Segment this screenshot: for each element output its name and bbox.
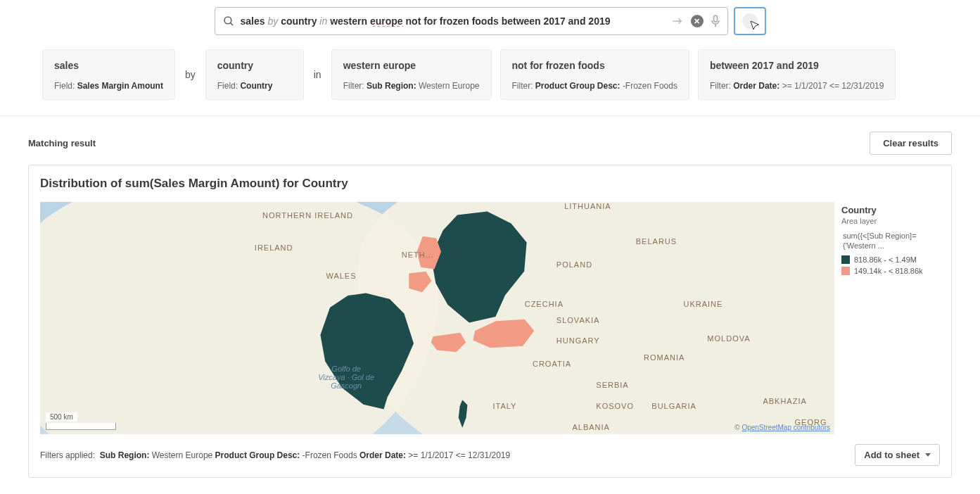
token-subtitle: Filter: Sub Region: Western Europe [343,81,480,91]
clear-input-icon[interactable]: ✕ [691,15,704,27]
matching-result-label: Matching result [28,138,96,148]
map-label: ALBANIA [572,423,609,431]
legend-item-2[interactable]: 149.14k - < 818.86k [841,267,936,275]
legend-swatch [841,255,850,264]
legend-measure: sum({<[Sub Region]={'Western ... [841,231,936,251]
token-date[interactable]: between 2017 and 2019 Filter: Order Date… [698,49,896,100]
add-to-sheet-label: Add to sheet [864,450,919,460]
map-label: KOSOVO [596,402,634,410]
map-label: SLOVAKIA [556,316,600,324]
map-shape-france-island [457,400,470,428]
legend-label: 818.86k - < 1.49M [854,255,917,264]
legend-swatch [841,267,850,275]
divider [0,115,980,116]
scale-label: 500 km [46,412,77,422]
map-label: POLAND [556,260,592,269]
search-icon [222,15,235,27]
map-label: CROATIA [533,360,571,368]
connector-by: by [184,69,197,80]
map-label: CZECHIA [525,300,564,308]
token-product[interactable]: not for frozen foods Filter: Product Gro… [500,49,689,100]
svg-line-1 [230,23,233,25]
cursor-icon [749,20,761,31]
map-label: MOLDOVA [707,334,750,343]
map-attribution: © OpenStreetMap contributors [734,424,830,431]
map-label: WALES [326,272,356,280]
map-label: LITHUANIA [564,202,611,210]
attribution-link[interactable]: OpenStreetMap contributors [742,424,830,431]
map-label: BELARUS [636,237,677,246]
chevron-down-icon [925,453,931,457]
query-tokens-row: sales Field: Sales Margin Amount by coun… [28,49,952,100]
map-label-water: Golfo de Vizcaya · Gol de Gascogn [318,365,374,390]
svg-rect-3 [713,15,717,22]
submit-search-button[interactable] [734,7,766,35]
token-subtitle: Filter: Order Date: >= 1/1/2017 <= 12/31… [710,81,884,91]
map-label: UKRAINE [683,300,723,308]
map-shape-switzerland [429,330,468,355]
map-label: ITALY [493,402,517,410]
token-subtitle: Field: Country [217,81,292,91]
map-label: NETH... [402,251,434,259]
token-subtitle: Field: Sales Margin Amount [54,81,163,91]
microphone-icon[interactable] [711,15,720,27]
map-label: SERBIA [596,381,628,389]
token-sales[interactable]: sales Field: Sales Margin Amount [42,49,175,100]
token-title: country [217,60,292,71]
token-country[interactable]: country Field: Country [205,49,304,100]
search-box[interactable]: sales by country in western europe not f… [215,7,728,35]
map-label: ABKHAZIA [763,397,806,405]
map-label: HUNGARY [556,336,600,345]
token-title: not for frozen foods [512,60,677,71]
clear-results-button[interactable]: Clear results [870,132,952,155]
svg-point-0 [224,17,231,24]
search-query-text[interactable]: sales by country in western europe not f… [241,15,666,27]
map-label: ROMANIA [644,353,685,362]
map-shape-france [318,288,438,411]
legend-title: Country [841,205,936,215]
map-label: NORTHERN IRELAND [262,211,353,220]
token-title: sales [54,60,163,71]
map-legend: Country Area layer sum({<[Sub Region]={'… [834,202,940,434]
result-card: Distribution of sum(Sales Margin Amount)… [28,165,952,478]
token-title: between 2017 and 2019 [710,60,884,71]
map-shape-austria [469,316,536,351]
legend-label: 149.14k - < 818.86k [854,267,923,275]
token-region[interactable]: western europe Filter: Sub Region: Weste… [331,49,492,100]
map-label: IRELAND [255,243,293,252]
applied-filters-text: Filters applied: Sub Region: Western Eur… [40,450,510,460]
map-shape-belgium [405,270,433,294]
add-to-sheet-button[interactable]: Add to sheet [855,444,940,466]
connector-in: in [312,69,323,80]
token-subtitle: Filter: Product Group Desc: -Frozen Food… [512,81,677,91]
legend-subtitle: Area layer [841,217,936,225]
map-label: BULGARIA [651,402,696,410]
token-title: western europe [343,60,480,71]
scale-bar [46,423,116,430]
legend-item-1[interactable]: 818.86k - < 1.49M [841,255,936,264]
chart-title: Distribution of sum(Sales Margin Amount)… [40,177,940,191]
arrow-right-icon[interactable] [671,16,684,26]
choropleth-map[interactable]: NORTHERN IRELAND IRELAND WALES NETH... L… [40,202,834,434]
